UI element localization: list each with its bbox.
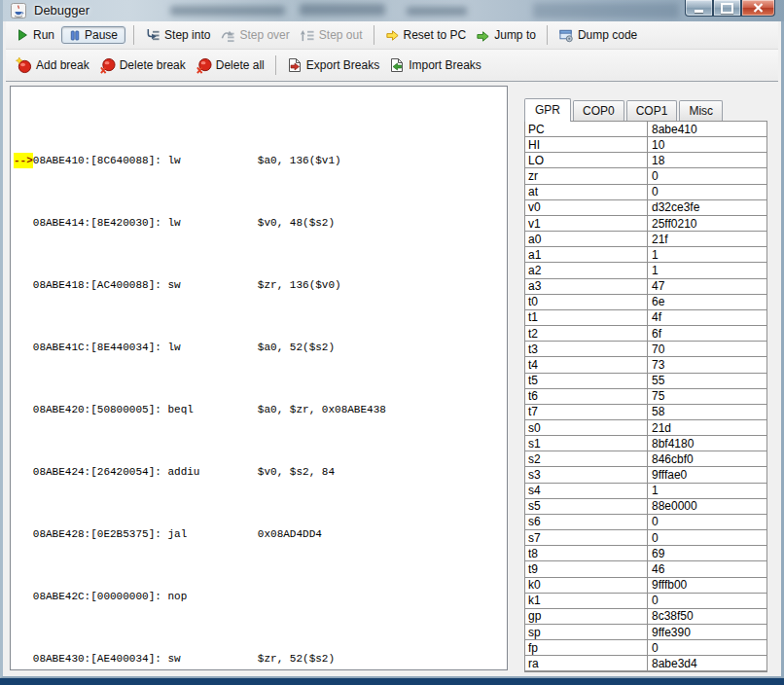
pause-button[interactable]: Pause	[61, 26, 125, 44]
register-value[interactable]: 0	[648, 594, 766, 607]
dump-code-button[interactable]: Dump code	[553, 26, 642, 45]
register-row[interactable]: t1 4f	[525, 310, 766, 326]
register-value[interactable]: d32ce3fe	[648, 200, 766, 214]
import-breaks-button[interactable]: Import Breaks	[384, 55, 486, 75]
disasm-line[interactable]: 08ABE414:[8E420030]: lw$v0, 48($s2)	[14, 215, 507, 231]
register-value[interactable]: 55	[648, 374, 766, 387]
register-row[interactable]: k0 9fffb00	[525, 578, 766, 594]
disasm-line[interactable]: 08ABE424:[26420054]: addiu$v0, $s2, 84	[14, 464, 507, 480]
disasm-line[interactable]: 08ABE418:[AC400088]: sw$zr, 136($v0)	[14, 277, 507, 293]
register-row[interactable]: s0 21d	[525, 420, 766, 436]
register-row[interactable]: gp 8c38f50	[525, 609, 766, 625]
register-value[interactable]: 1	[648, 264, 766, 277]
register-row[interactable]: s4 1	[525, 484, 766, 499]
reset-to-pc-button[interactable]: Reset to PC	[380, 26, 472, 45]
register-row[interactable]: s7 0	[525, 530, 766, 546]
register-row[interactable]: t6 75	[525, 389, 766, 405]
disasm-line[interactable]: 08ABE41C:[8E440034]: lw$a0, 52($s2)	[14, 340, 507, 355]
disasm-line[interactable]: 08ABE42C:[00000000]: nop	[14, 589, 507, 604]
disasm-line[interactable]: 08ABE430:[AE400034]: sw$zr, 52($s2)	[14, 651, 507, 667]
register-value[interactable]: 1	[648, 484, 766, 497]
register-value[interactable]: 1	[648, 248, 766, 262]
step-out-button[interactable]: Step out	[295, 26, 368, 45]
titlebar[interactable]: Debugger	[3, 0, 784, 21]
register-row[interactable]: sp 9ffe390	[525, 625, 766, 640]
register-row[interactable]: a1 1	[525, 247, 766, 263]
register-value[interactable]: 0	[648, 641, 766, 655]
export-breaks-button[interactable]: Export Breaks	[282, 55, 384, 75]
step-over-button[interactable]: Step over	[215, 26, 294, 45]
register-row[interactable]: k1 0	[525, 594, 766, 609]
register-value[interactable]: 9fffb00	[648, 578, 766, 592]
delete-break-button[interactable]: Delete break	[94, 55, 191, 76]
register-value[interactable]: 0	[648, 515, 766, 528]
register-row[interactable]: t2 6f	[525, 326, 766, 342]
register-row[interactable]: t5 55	[525, 374, 766, 389]
register-row[interactable]: LO 18	[525, 153, 766, 168]
register-row[interactable]: ra 8abe3d4	[525, 656, 766, 671]
register-value[interactable]: 21d	[648, 421, 766, 435]
register-value[interactable]: 75	[648, 389, 766, 403]
register-row[interactable]: fp 0	[525, 640, 766, 656]
close-button[interactable]	[741, 0, 775, 17]
register-tab[interactable]: COP0	[573, 100, 624, 121]
minimize-button[interactable]	[685, 0, 713, 17]
add-break-button[interactable]: Add break	[11, 55, 94, 76]
register-value[interactable]: 25ff0210	[648, 217, 766, 231]
register-row[interactable]: t9 46	[525, 561, 766, 577]
disasm-line[interactable]: 08ABE420:[50800005]: beql$a0, $zr, 0x08A…	[14, 402, 507, 417]
register-tab[interactable]: Misc	[679, 100, 723, 121]
register-value[interactable]: 8abe3d4	[648, 657, 766, 670]
register-value[interactable]: 6f	[648, 327, 766, 341]
register-value[interactable]: 10	[648, 138, 766, 152]
register-value[interactable]: 6e	[648, 295, 766, 308]
register-row[interactable]: t8 69	[525, 546, 766, 561]
register-row[interactable]: a2 1	[525, 263, 766, 278]
run-button[interactable]: Run	[11, 26, 59, 44]
register-value[interactable]: 21f	[648, 233, 766, 246]
register-row[interactable]: t4 73	[525, 357, 766, 373]
jump-to-button[interactable]: Jump to	[471, 26, 541, 45]
register-value[interactable]: 8c38f50	[648, 609, 766, 623]
register-value[interactable]: 0	[648, 169, 766, 183]
register-value[interactable]: 58	[648, 405, 766, 418]
register-value[interactable]: 70	[648, 342, 766, 356]
register-row[interactable]: s2 846cbf0	[525, 451, 766, 467]
register-row[interactable]: PC 8abe410	[525, 122, 766, 137]
disasm-line[interactable]: 08ABE428:[0E2B5375]: jal0x08AD4DD4	[14, 526, 507, 542]
register-row[interactable]: HI 10	[525, 137, 766, 153]
register-value[interactable]: 47	[648, 279, 766, 293]
register-value[interactable]: 8abe410	[648, 123, 766, 136]
maximize-button[interactable]	[713, 0, 741, 17]
register-value[interactable]: 46	[648, 562, 766, 576]
register-value[interactable]: 8bf4180	[648, 437, 766, 451]
register-row[interactable]: s5 88e0000	[525, 499, 766, 515]
register-row[interactable]: v0 d32ce3fe	[525, 200, 766, 216]
disasm-line[interactable]: -->08ABE410:[8C640088]: lw$a0, 136($v1)	[14, 153, 507, 168]
register-table[interactable]: PC 8abe410 HI 10 LO 18 zr 0 at 0	[524, 121, 767, 672]
register-value[interactable]: 4f	[648, 310, 766, 324]
register-value[interactable]: 0	[648, 185, 766, 198]
register-row[interactable]: a0 21f	[525, 232, 766, 247]
register-value[interactable]: 846cbf0	[648, 452, 766, 466]
register-value[interactable]: 9ffe390	[648, 626, 766, 639]
register-row[interactable]: t7 58	[525, 405, 766, 420]
register-row[interactable]: s3 9fffae0	[525, 467, 766, 483]
delete-all-button[interactable]: Delete all	[191, 55, 269, 76]
step-into-button[interactable]: Step into	[140, 26, 215, 45]
register-tab[interactable]: COP1	[626, 100, 678, 121]
register-value[interactable]: 69	[648, 547, 766, 560]
register-row[interactable]: at 0	[525, 185, 766, 200]
register-value[interactable]: 9fffae0	[648, 468, 766, 482]
register-value[interactable]: 0	[648, 531, 766, 545]
register-value[interactable]: 88e0000	[648, 499, 766, 513]
register-row[interactable]: s1 8bf4180	[525, 436, 766, 451]
register-row[interactable]: v1 25ff0210	[525, 216, 766, 232]
register-row[interactable]: a3 47	[525, 279, 766, 295]
register-value[interactable]: 73	[648, 358, 766, 372]
register-row[interactable]: s6 0	[525, 515, 766, 530]
disassembly-panel[interactable]: -->08ABE410:[8C640088]: lw$a0, 136($v1) …	[10, 86, 508, 670]
register-row[interactable]: t3 70	[525, 342, 766, 357]
register-row[interactable]: t0 6e	[525, 295, 766, 310]
register-row[interactable]: zr 0	[525, 168, 766, 184]
